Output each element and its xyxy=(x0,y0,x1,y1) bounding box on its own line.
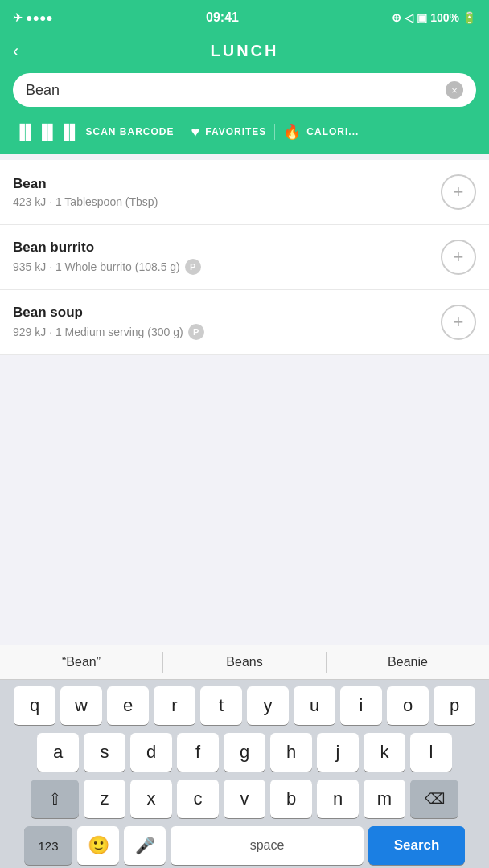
status-left: ✈ ●●●● xyxy=(13,11,53,24)
emoji-button[interactable]: 🙂 xyxy=(77,826,119,865)
status-bar: ✈ ●●●● 09:41 ⊕ ◁ ▣ 100% 🔋 xyxy=(0,0,489,35)
result-name-2: Bean soup xyxy=(13,305,441,321)
add-bean-button[interactable]: + xyxy=(441,174,476,210)
key-y[interactable]: y xyxy=(247,686,289,725)
favorites-label: FAVORITES xyxy=(205,126,266,137)
status-right: ⊕ ◁ ▣ 100% 🔋 xyxy=(392,11,476,24)
key-o[interactable]: o xyxy=(387,686,429,725)
numbers-button[interactable]: 123 xyxy=(24,826,72,865)
signal-icon: ●●●● xyxy=(26,11,53,24)
scan-barcode-button[interactable]: ▐▌▐▌▐▌ SCAN BARCODE xyxy=(6,121,183,144)
page-title: LUNCH xyxy=(211,42,279,60)
key-row-3: ⇧ z x c v b n m ⌫ xyxy=(3,780,486,818)
microphone-button[interactable]: 🎤 xyxy=(124,826,166,865)
suggestion-beans[interactable]: Beans xyxy=(163,649,326,676)
key-h[interactable]: h xyxy=(270,733,312,772)
key-m[interactable]: m xyxy=(364,780,405,818)
close-icon: × xyxy=(451,84,458,96)
heart-icon: ♥ xyxy=(191,124,201,141)
screen-icon: ▣ xyxy=(417,11,427,24)
key-c[interactable]: c xyxy=(177,780,219,818)
key-v[interactable]: v xyxy=(224,780,265,818)
table-row: Bean 423 kJ · 1 Tablespoon (Tbsp) + xyxy=(0,160,489,225)
location-icon: ⊕ xyxy=(392,11,401,24)
calories-button[interactable]: 🔥 CALORI... xyxy=(275,120,367,144)
key-t[interactable]: t xyxy=(200,686,242,725)
result-info-0: Bean 423 kJ · 1 Tablespoon (Tbsp) xyxy=(13,176,441,208)
key-q[interactable]: q xyxy=(14,686,55,725)
suggestion-bean-quoted[interactable]: “Bean” xyxy=(0,649,162,676)
keyboard-rows: q w e r t y u i o p a s d f g h j k l ⇧ xyxy=(0,680,489,868)
results-list: Bean 423 kJ · 1 Tablespoon (Tbsp) + Bean… xyxy=(0,160,489,355)
key-n[interactable]: n xyxy=(317,780,359,818)
key-k[interactable]: k xyxy=(364,733,405,772)
status-time: 09:41 xyxy=(206,10,239,25)
search-clear-button[interactable]: × xyxy=(446,81,463,99)
suggestion-beanie[interactable]: Beanie xyxy=(327,649,489,676)
key-z[interactable]: z xyxy=(84,780,125,818)
calories-label: CALORI... xyxy=(306,126,359,137)
key-a[interactable]: a xyxy=(37,733,79,772)
key-f[interactable]: f xyxy=(177,733,219,772)
key-g[interactable]: g xyxy=(224,733,265,772)
delete-button[interactable]: ⌫ xyxy=(410,780,458,818)
key-row-1: q w e r t y u i o p xyxy=(3,686,486,725)
result-info-2: Bean soup 929 kJ · 1 Medium serving (300… xyxy=(13,305,441,340)
result-name-1: Bean burrito xyxy=(13,240,441,256)
scan-barcode-label: SCAN BARCODE xyxy=(86,126,175,137)
key-j[interactable]: j xyxy=(317,733,359,772)
key-u[interactable]: u xyxy=(294,686,335,725)
shift-button[interactable]: ⇧ xyxy=(31,780,79,818)
battery-label: 100% xyxy=(430,11,459,24)
key-x[interactable]: x xyxy=(130,780,172,818)
premium-badge-1: P xyxy=(185,259,201,275)
search-container: × xyxy=(0,73,489,120)
shift-icon: ⇧ xyxy=(48,789,62,809)
result-meta-1: 935 kJ · 1 Whole burrito (108.5 g) P xyxy=(13,259,441,275)
add-bean-soup-button[interactable]: + xyxy=(441,305,476,340)
search-bar: × xyxy=(13,73,476,107)
search-input[interactable] xyxy=(26,82,439,99)
barcode-icon: ▐▌▐▌▐▌ xyxy=(14,124,81,141)
key-s[interactable]: s xyxy=(84,733,125,772)
result-name-0: Bean xyxy=(13,176,441,192)
key-w[interactable]: w xyxy=(60,686,102,725)
key-r[interactable]: r xyxy=(154,686,195,725)
add-bean-burrito-button[interactable]: + xyxy=(441,240,476,275)
table-row: Bean burrito 935 kJ · 1 Whole burrito (1… xyxy=(0,225,489,290)
key-e[interactable]: e xyxy=(107,686,149,725)
toolbar: ▐▌▐▌▐▌ SCAN BARCODE ♥ FAVORITES 🔥 CALORI… xyxy=(0,120,489,154)
result-meta-2: 929 kJ · 1 Medium serving (300 g) P xyxy=(13,324,441,340)
header: ‹ LUNCH xyxy=(0,35,489,73)
space-button[interactable]: space xyxy=(171,826,364,865)
key-b[interactable]: b xyxy=(270,780,312,818)
key-i[interactable]: i xyxy=(340,686,382,725)
result-meta-0: 423 kJ · 1 Tablespoon (Tbsp) xyxy=(13,195,441,208)
battery-icon: 🔋 xyxy=(462,11,476,24)
search-button[interactable]: Search xyxy=(368,826,465,865)
result-info-1: Bean burrito 935 kJ · 1 Whole burrito (1… xyxy=(13,240,441,275)
delete-icon: ⌫ xyxy=(425,790,445,808)
key-row-2: a s d f g h j k l xyxy=(3,733,486,772)
key-row-4: 123 🙂 🎤 space Search xyxy=(3,826,486,865)
keyboard-suggestions: “Bean” Beans Beanie xyxy=(0,645,489,680)
favorites-button[interactable]: ♥ FAVORITES xyxy=(183,121,275,144)
direction-icon: ◁ xyxy=(405,11,413,24)
fire-icon: 🔥 xyxy=(283,123,302,141)
airplane-icon: ✈ xyxy=(13,11,23,24)
key-p[interactable]: p xyxy=(434,686,475,725)
keyboard: “Bean” Beans Beanie q w e r t y u i o p … xyxy=(0,645,489,868)
back-button[interactable]: ‹ xyxy=(13,41,18,62)
premium-badge-2: P xyxy=(188,324,204,340)
key-l[interactable]: l xyxy=(410,733,452,772)
key-d[interactable]: d xyxy=(130,733,172,772)
table-row: Bean soup 929 kJ · 1 Medium serving (300… xyxy=(0,290,489,355)
